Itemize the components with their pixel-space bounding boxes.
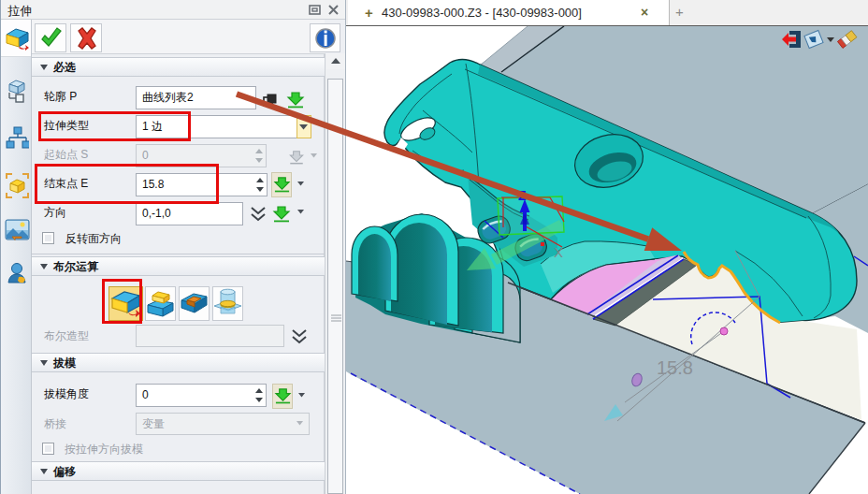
svg-text:Z: Z (518, 188, 527, 203)
svg-text:15.8: 15.8 (657, 357, 693, 378)
svg-text:X: X (554, 244, 563, 260)
